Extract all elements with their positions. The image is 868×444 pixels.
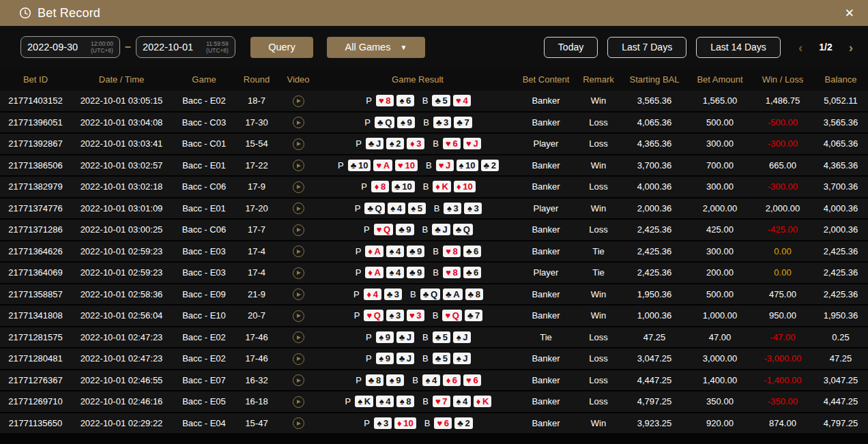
card: ♠ 4	[453, 396, 471, 407]
date-time: 2022-10-01 03:05:15	[71, 95, 172, 106]
play-video-icon[interactable]	[293, 331, 304, 343]
play-video-icon[interactable]	[293, 396, 304, 408]
card: ♦ K	[474, 396, 492, 407]
banker-label: B	[412, 375, 418, 385]
remark: Loss	[576, 332, 621, 342]
date-from-input[interactable]: 2022-09-30 12:00:00 (UTC+8)	[20, 36, 120, 58]
card: ♠ J	[453, 353, 471, 364]
column-header-game: Game	[172, 74, 236, 85]
column-header-date-time: Date / Time	[71, 74, 172, 85]
bet-amount: 3,000.00	[688, 353, 752, 364]
date-time: 2022-10-01 02:58:36	[71, 289, 172, 299]
card: ♥ 6	[443, 138, 461, 149]
play-video-icon[interactable]	[293, 117, 304, 128]
video-cell	[277, 117, 319, 129]
play-video-icon[interactable]	[293, 224, 304, 236]
next-page-icon[interactable]: ›	[849, 41, 853, 54]
player-label: P	[354, 310, 360, 321]
balance: 4,797.25	[813, 418, 868, 428]
balance: 4,447.25	[813, 396, 868, 406]
play-video-icon[interactable]	[293, 203, 304, 214]
bet-id: 21771281575	[0, 332, 71, 342]
game-name: Bacc - E02	[172, 95, 236, 106]
win-loss: 475.00	[752, 289, 813, 299]
win-loss: -300.00	[752, 138, 813, 149]
table-row: 217713865062022-10-01 03:02:57Bacc - E01…	[0, 156, 868, 177]
last-7-days-button[interactable]: Last 7 Days	[607, 37, 686, 58]
table-row: 217712804812022-10-01 02:47:23Bacc - E02…	[0, 349, 868, 370]
play-video-icon[interactable]	[293, 138, 304, 150]
balance: 47.25	[813, 353, 868, 364]
date-to-value: 2022-10-01	[143, 42, 193, 53]
game-result: P♦ A♠ 4♣ 9B♥ 8♣ 6	[319, 246, 516, 257]
round: 15-47	[236, 418, 277, 428]
play-video-icon[interactable]	[293, 374, 304, 386]
bet-content: Banker	[516, 353, 576, 364]
table-row: 217713829792022-10-01 03:02:18Bacc - C06…	[0, 177, 868, 198]
balance: 1,950.36	[813, 310, 868, 321]
banker-label: B	[433, 138, 439, 149]
bet-record-window: Bet Record ✕ 2022-09-30 12:00:00 (UTC+8)…	[0, 0, 868, 444]
card: ♥ Q	[364, 310, 383, 321]
bet-amount: 350.00	[688, 396, 752, 406]
game-result: P♣ Q♠ 4♠ 5B♠ 3♠ 3	[319, 203, 516, 214]
bet-amount: 500.00	[688, 289, 752, 299]
game-result: P♠ 3♦ 10B♥ 6♣ 2	[319, 417, 516, 429]
games-dropdown[interactable]: All Games ▼	[327, 37, 425, 58]
card: ♥ J	[463, 138, 481, 149]
column-header-game-result: Game Result	[319, 74, 516, 85]
win-loss: 0.00	[752, 246, 813, 256]
pagination: ‹ 1/2 ›	[798, 41, 853, 54]
play-video-icon[interactable]	[293, 288, 304, 300]
remark: Win	[576, 203, 621, 213]
bet-content: Banker	[516, 310, 576, 321]
bet-amount: 425.00	[688, 224, 752, 235]
round: 16-32	[236, 375, 277, 385]
card: ♥ 4	[453, 95, 471, 106]
card: ♣ 7	[454, 117, 472, 128]
card: ♠ K	[355, 396, 373, 407]
play-video-icon[interactable]	[293, 310, 304, 322]
round: 20-7	[236, 310, 277, 321]
bet-content: Banker	[516, 224, 576, 235]
play-video-icon[interactable]	[293, 181, 304, 193]
bet-content: Banker	[516, 289, 576, 299]
win-loss: -425.00	[752, 224, 813, 235]
card: ♠ J	[453, 331, 471, 343]
card: ♥ Q	[374, 224, 393, 235]
query-button[interactable]: Query	[250, 37, 313, 58]
date-from-time: 12:00:00 (UTC+8)	[91, 40, 113, 54]
date-to-input[interactable]: 2022-10-01 11:59:59 (UTC+8)	[136, 36, 235, 58]
bet-id: 21771396051	[0, 117, 71, 128]
date-to-time: 11:59:59 (UTC+8)	[206, 40, 229, 54]
video-cell	[277, 246, 319, 258]
prev-page-icon[interactable]: ‹	[798, 41, 802, 54]
card: ♦ A	[365, 267, 384, 278]
player-label: P	[364, 224, 370, 235]
bet-id: 21771374776	[0, 203, 71, 213]
play-video-icon[interactable]	[293, 353, 304, 365]
play-video-icon[interactable]	[293, 95, 304, 107]
play-video-icon[interactable]	[293, 267, 304, 279]
round: 17-22	[236, 160, 277, 171]
win-loss: -350.00	[752, 396, 813, 406]
play-video-icon[interactable]	[293, 246, 304, 257]
play-video-icon[interactable]	[293, 417, 304, 429]
remark: Win	[576, 310, 621, 321]
table-row: 217714031522022-10-01 03:05:15Bacc - E02…	[0, 91, 868, 113]
today-button[interactable]: Today	[544, 37, 598, 58]
close-icon[interactable]: ✕	[845, 8, 854, 19]
banker-label: B	[433, 310, 439, 321]
bet-content: Banker	[516, 117, 576, 128]
remark: Tie	[576, 267, 621, 278]
game-result: P♦ 8♣ 10B♦ K♦ 10	[319, 181, 516, 192]
video-cell	[277, 353, 319, 365]
round: 17-46	[236, 353, 277, 364]
remark: Loss	[576, 138, 621, 149]
card: ♣ 6	[463, 246, 481, 257]
card: ♠ 4	[386, 267, 404, 278]
play-video-icon[interactable]	[293, 160, 304, 171]
bet-content: Banker	[516, 181, 576, 192]
bet-id: 21771358857	[0, 289, 71, 299]
last-14-days-button[interactable]: Last 14 Days	[696, 37, 781, 58]
